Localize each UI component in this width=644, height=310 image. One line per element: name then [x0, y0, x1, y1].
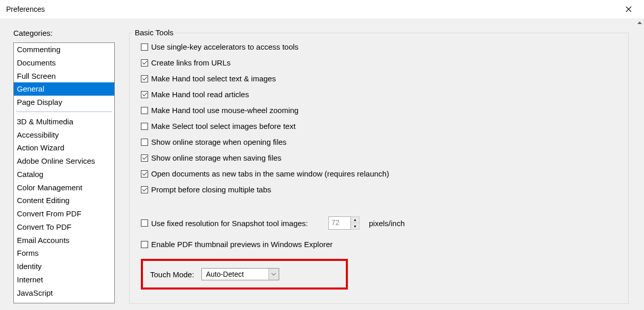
category-item[interactable]: Adobe Online Services: [14, 154, 114, 168]
option-checkbox[interactable]: [141, 186, 148, 193]
option-row: Show online storage when saving files: [141, 153, 617, 162]
option-label: Use single-key accelerators to access to…: [151, 42, 299, 51]
basic-tools-fieldset: Basic Tools Use single-key accelerators …: [129, 33, 629, 304]
option-row: Prompt before closing multiple tabs: [141, 185, 617, 194]
touch-mode-highlight: Touch Mode: Auto-Detect: [141, 259, 348, 290]
category-item[interactable]: Convert From PDF: [14, 207, 114, 220]
touch-mode-label: Touch Mode:: [150, 270, 194, 279]
option-label: Make Hand tool read articles: [151, 90, 249, 99]
resolution-input[interactable]: 72: [328, 216, 351, 230]
category-item[interactable]: General: [14, 82, 114, 96]
option-label: Create links from URLs: [151, 58, 231, 67]
titlebar: Preferences: [0, 0, 644, 18]
category-item[interactable]: Convert To PDF: [14, 220, 114, 234]
option-checkbox[interactable]: [141, 154, 148, 162]
option-label: Make Hand tool select text & images: [151, 74, 276, 83]
option-checkbox[interactable]: [141, 59, 148, 67]
option-label: Make Select tool select images before te…: [151, 122, 296, 130]
resolution-row: Use fixed resolution for Snapshot tool i…: [141, 216, 617, 230]
option-checkbox[interactable]: [141, 170, 148, 178]
option-row: Create links from URLs: [141, 58, 617, 67]
option-row: Open documents as new tabs in the same w…: [141, 169, 617, 178]
option-checkbox[interactable]: [141, 91, 148, 98]
option-checkbox[interactable]: [141, 75, 148, 82]
category-item[interactable]: Full Screen: [14, 70, 114, 83]
category-item[interactable]: Identity: [14, 260, 114, 273]
category-item[interactable]: Page Display: [14, 96, 114, 109]
option-row: Make Select tool select images before te…: [141, 122, 617, 130]
option-checkbox[interactable]: [141, 123, 148, 130]
category-item[interactable]: Catalog: [14, 168, 114, 181]
category-item[interactable]: Documents: [14, 56, 114, 70]
touch-mode-combo[interactable]: Auto-Detect: [201, 268, 279, 280]
option-checkbox[interactable]: [141, 139, 148, 146]
category-item[interactable]: Forms: [14, 247, 114, 260]
category-item[interactable]: JavaScript: [14, 286, 114, 300]
option-row: Make Hand tool use mouse-wheel zooming: [141, 106, 617, 115]
category-item[interactable]: Action Wizard: [14, 141, 114, 154]
option-row: Make Hand tool select text & images: [141, 74, 617, 83]
categories-label: Categories:: [13, 29, 115, 37]
category-item[interactable]: Internet: [14, 273, 114, 286]
option-checkbox[interactable]: [141, 107, 148, 114]
scroll-up-icon[interactable]: [635, 18, 644, 27]
category-item[interactable]: Accessibility: [14, 128, 114, 142]
spinner-down-icon[interactable]: ▼: [351, 223, 359, 229]
resolution-label: Use fixed resolution for Snapshot tool i…: [151, 219, 308, 228]
category-item[interactable]: Email Accounts: [14, 234, 114, 247]
chevron-down-icon[interactable]: [268, 269, 279, 280]
category-item[interactable]: Content Editing: [14, 194, 114, 207]
option-label: Prompt before closing multiple tabs: [151, 185, 271, 194]
option-label: Show online storage when opening files: [151, 138, 286, 146]
category-item[interactable]: Language: [14, 299, 114, 303]
option-label: Show online storage when saving files: [151, 153, 281, 162]
option-row: Use single-key accelerators to access to…: [141, 42, 617, 51]
category-item[interactable]: Commenting: [14, 43, 114, 56]
option-label: Open documents as new tabs in the same w…: [151, 169, 389, 178]
option-row: Show online storage when opening files: [141, 138, 617, 146]
touch-mode-value: Auto-Detect: [202, 269, 268, 280]
option-label: Make Hand tool use mouse-wheel zooming: [151, 106, 299, 115]
spinner-up-icon[interactable]: ▲: [351, 217, 359, 223]
scrollbar[interactable]: [635, 18, 644, 310]
category-divider: [16, 112, 112, 112]
option-checkbox[interactable]: [141, 43, 148, 51]
thumbnail-row: Enable PDF thumbnail previews in Windows…: [141, 240, 617, 249]
resolution-unit: pixels/inch: [369, 219, 405, 228]
thumbnail-label: Enable PDF thumbnail previews in Windows…: [151, 240, 333, 249]
window-title: Preferences: [6, 5, 45, 13]
option-row: Make Hand tool read articles: [141, 90, 617, 99]
close-icon: [626, 6, 632, 12]
category-item[interactable]: 3D & Multimedia: [14, 115, 114, 128]
categories-list[interactable]: CommentingDocumentsFull ScreenGeneralPag…: [13, 42, 115, 303]
resolution-checkbox[interactable]: [141, 219, 148, 227]
thumbnail-checkbox[interactable]: [141, 241, 148, 248]
resolution-spinner[interactable]: 72 ▲ ▼: [328, 216, 360, 230]
fieldset-legend: Basic Tools: [133, 28, 176, 37]
close-button[interactable]: [618, 2, 639, 17]
category-item[interactable]: Color Management: [14, 181, 114, 194]
